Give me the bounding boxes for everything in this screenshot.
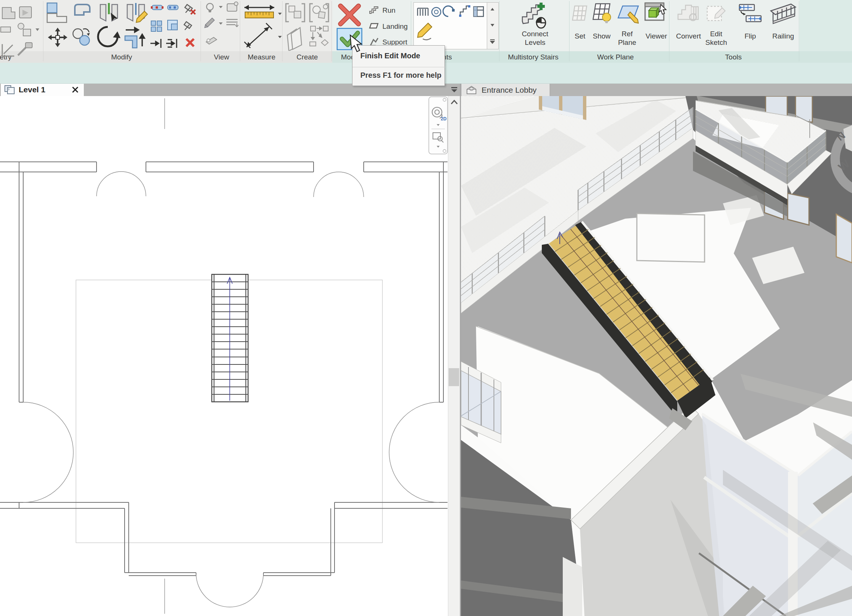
svg-text:2D: 2D <box>441 116 447 122</box>
